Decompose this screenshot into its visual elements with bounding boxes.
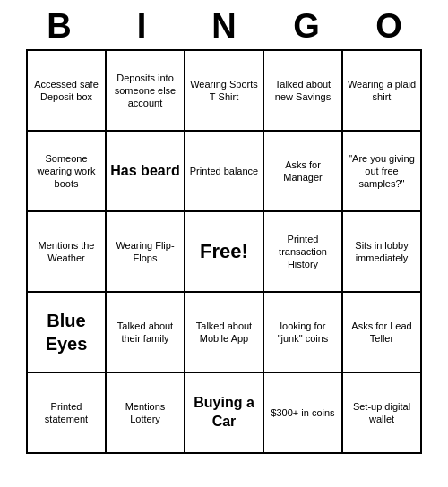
bingo-cell-22: Buying a Car — [185, 373, 264, 454]
bingo-cell-11: Wearing Flip-Flops — [107, 212, 185, 293]
bingo-cell-15: Blue Eyes — [28, 293, 107, 373]
bingo-cell-10: Mentions the Weather — [28, 212, 107, 293]
bingo-cell-18: looking for "junk" coins — [264, 293, 343, 373]
bingo-cell-4: Wearing a plaid shirt — [343, 51, 422, 132]
bingo-grid: Accessed safe Deposit boxDeposits into s… — [26, 49, 422, 454]
letter-n: N — [186, 7, 262, 46]
bingo-cell-12: Free! — [185, 212, 264, 293]
letter-i: I — [104, 7, 179, 46]
bingo-cell-13: Printed transaction History — [264, 212, 343, 293]
bingo-cell-17: Talked about Mobile App — [185, 293, 264, 373]
bingo-cell-23: $300+ in coins — [264, 373, 343, 454]
bingo-cell-3: Talked about new Savings — [264, 51, 343, 132]
bingo-cell-16: Talked about their family — [107, 293, 185, 373]
letter-b: B — [22, 7, 97, 46]
bingo-cell-7: Printed balance — [185, 132, 264, 212]
bingo-cell-0: Accessed safe Deposit box — [28, 51, 107, 132]
bingo-cell-20: Printed statement — [28, 373, 107, 454]
bingo-cell-8: Asks for Manager — [264, 132, 343, 212]
letter-g: G — [269, 7, 344, 46]
bingo-cell-24: Set-up digital wallet — [343, 373, 422, 454]
bingo-cell-2: Wearing Sports T-Shirt — [185, 51, 264, 132]
bingo-cell-14: Sits in lobby immediately — [343, 212, 422, 293]
bingo-cell-19: Asks for Lead Teller — [343, 293, 422, 373]
bingo-cell-9: "Are you giving out free samples?" — [343, 132, 422, 212]
bingo-header: B I N G O — [18, 0, 430, 49]
letter-o: O — [351, 7, 426, 46]
bingo-cell-21: Mentions Lottery — [107, 373, 185, 454]
bingo-cell-5: Someone wearing work boots — [28, 132, 107, 212]
bingo-cell-6: Has beard — [107, 132, 185, 212]
bingo-cell-1: Deposits into someone else account — [107, 51, 185, 132]
